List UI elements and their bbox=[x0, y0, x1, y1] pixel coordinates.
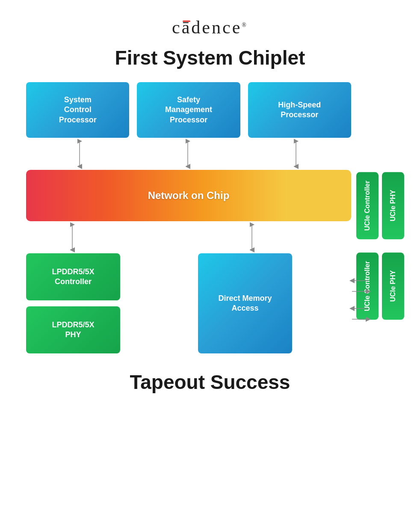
lpddr-controller-box: LPDDR5/5X Controller bbox=[26, 253, 120, 300]
ucle-phy-bottom-label: UCle PHY bbox=[389, 270, 397, 302]
logo-registered: ® bbox=[242, 22, 248, 28]
top-arrows bbox=[26, 138, 351, 170]
noc-label: Network on Chip bbox=[148, 190, 230, 202]
lpddr-phy-label: LPDDR5/5X PHY bbox=[52, 320, 94, 340]
hsp-arrow-svg bbox=[294, 138, 300, 170]
lpddr-ctrl-label: LPDDR5/5X Controller bbox=[52, 267, 94, 287]
main-diagram-column: System Control Processor Safety Manageme… bbox=[26, 82, 351, 353]
smp-label: Safety Management Processor bbox=[165, 95, 212, 125]
smp-arrow-svg bbox=[186, 138, 192, 170]
scp-arrow-container bbox=[26, 138, 134, 170]
smp-arrow-container bbox=[134, 138, 243, 170]
noc-bar: Network on Chip bbox=[26, 170, 351, 221]
scp-bidirectional-arrow bbox=[77, 138, 83, 170]
bottom-right-spacer bbox=[300, 253, 351, 353]
lpddr-phy-box: LPDDR5/5X PHY bbox=[26, 306, 120, 353]
dma-arrow-svg bbox=[250, 221, 256, 253]
hsp-arrow-container bbox=[243, 138, 351, 170]
lpddr-stack: LPDDR5/5X Controller LPDDR5/5X PHY bbox=[26, 253, 120, 353]
system-control-processor-box: System Control Processor bbox=[26, 82, 129, 138]
bottom-boxes-row: LPDDR5/5X Controller LPDDR5/5X PHY Direc… bbox=[26, 253, 351, 353]
ucle-top-pair: UCle Controller UCle PHY bbox=[356, 172, 404, 239]
lpddr-ctrl-arrow-container bbox=[26, 221, 120, 253]
dma-box: Direct Memory Access bbox=[198, 253, 292, 353]
ucle-controller-bottom: UCle Controller bbox=[356, 252, 379, 320]
ucle-bottom-pair: UCle Controller UCle PHY bbox=[356, 252, 404, 320]
ucle-controller-top: UCle Controller bbox=[356, 172, 379, 239]
footer-title: Tapeout Success bbox=[130, 371, 290, 394]
bottom-arrow-spacer bbox=[120, 221, 206, 253]
bottom-arrow-right-spacer bbox=[300, 221, 351, 253]
logo: cādence® bbox=[172, 17, 248, 38]
ucle-phy-top: UCle PHY bbox=[382, 172, 404, 239]
ucle-phy-bottom: UCle PHY bbox=[382, 252, 404, 320]
ucle-controller-top-label: UCle Controller bbox=[364, 181, 371, 231]
logo-text: cādence® bbox=[172, 17, 248, 38]
bottom-center-spacer bbox=[128, 253, 190, 353]
scp-arrow-svg bbox=[77, 138, 83, 170]
dma-label: Direct Memory Access bbox=[218, 294, 272, 314]
noc-row: Network on Chip bbox=[26, 170, 351, 221]
ucle-pair-gap bbox=[356, 246, 404, 252]
top-processor-row: System Control Processor Safety Manageme… bbox=[26, 82, 351, 138]
safety-management-processor-box: Safety Management Processor bbox=[137, 82, 240, 138]
bottom-arrows bbox=[26, 221, 351, 253]
high-speed-processor-box: High-Speed Processor bbox=[248, 82, 351, 138]
ucle-phy-top-label: UCle PHY bbox=[389, 190, 397, 222]
hsp-label: High-Speed Processor bbox=[278, 100, 321, 120]
ucle-side-column: UCle Controller UCle PHY UCle Controller… bbox=[356, 82, 404, 353]
chiplet-diagram: System Control Processor Safety Manageme… bbox=[26, 82, 394, 353]
main-title: First System Chiplet bbox=[115, 46, 305, 69]
logo-a-letter: ā bbox=[182, 17, 192, 38]
dma-arrow-container bbox=[206, 221, 300, 253]
ucle-controller-bottom-label: UCle Controller bbox=[364, 261, 371, 311]
scp-label: System Control Processor bbox=[59, 95, 97, 125]
lpddr-ctrl-arrow-svg bbox=[70, 221, 76, 253]
